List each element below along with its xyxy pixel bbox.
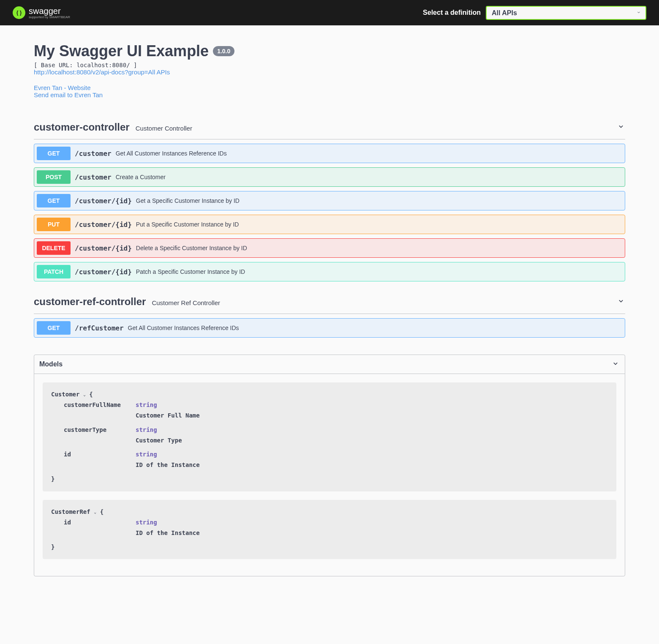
- definition-label: Select a definition: [423, 9, 481, 16]
- operation-summary: Get All Customer Instances Reference IDs: [116, 150, 227, 157]
- model-box[interactable]: Customer ⌄ {customerFullNamestringCustom…: [43, 382, 616, 491]
- contact-website-link[interactable]: Evren Tan - Website: [34, 84, 625, 91]
- tag-section: customer-controllerCustomer ControllerGE…: [34, 115, 625, 281]
- topbar: { } swagger supported by SMARTBEAR Selec…: [0, 0, 659, 25]
- operation-row[interactable]: DELETE/customer/{id}Delete a Specific Cu…: [34, 238, 625, 258]
- tag-header[interactable]: customer-ref-controllerCustomer Ref Cont…: [34, 290, 625, 314]
- operation-path: /customer/{id}: [75, 197, 132, 205]
- models-header[interactable]: Models: [34, 355, 625, 374]
- operation-path: /customer/{id}: [75, 244, 132, 252]
- logo-main: swagger: [29, 7, 70, 15]
- brace-open: {: [89, 391, 93, 398]
- tag-name: customer-controller: [34, 121, 130, 133]
- chevron-down-icon: [617, 122, 625, 132]
- model-property-type: string: [136, 400, 157, 410]
- operation-summary: Get All Customer Instances Reference IDs: [128, 325, 239, 331]
- swagger-logo-text: swagger supported by SMARTBEAR: [29, 7, 70, 19]
- contact-email-link[interactable]: Send email to Evren Tan: [34, 91, 625, 98]
- operation-summary: Delete a Specific Customer Instance by I…: [136, 245, 247, 251]
- model-name: Customer: [51, 391, 79, 398]
- swagger-logo-icon: { }: [13, 6, 25, 19]
- main-content: My Swagger UI Example 1.0.0 [ Base URL: …: [21, 25, 638, 593]
- models-section: Models Customer ⌄ {customerFullNamestrin…: [34, 355, 625, 576]
- model-property-description: Customer Full Name: [136, 410, 608, 421]
- brace-close: }: [51, 542, 608, 552]
- tag-section: customer-ref-controllerCustomer Ref Cont…: [34, 290, 625, 338]
- http-method-badge: DELETE: [37, 241, 71, 255]
- api-docs-link[interactable]: http://localhost:8080/v2/api-docs?group=…: [34, 68, 625, 76]
- operation-summary: Get a Specific Customer Instance by ID: [136, 197, 240, 204]
- model-property-description: ID of the Instance: [136, 460, 608, 470]
- model-property-name: id: [64, 449, 136, 460]
- model-property-description: ID of the Instance: [136, 528, 608, 538]
- tag-description: Customer Controller: [136, 125, 192, 132]
- brace-open: {: [100, 508, 103, 515]
- http-method-badge: PATCH: [37, 265, 71, 278]
- definition-selector: Select a definition All APIs: [423, 6, 646, 20]
- operation-path: /customer: [75, 150, 112, 158]
- model-property-type: string: [136, 517, 157, 528]
- definition-select[interactable]: All APIs: [486, 6, 646, 20]
- version-badge: 1.0.0: [213, 46, 234, 56]
- operation-row[interactable]: POST/customerCreate a Customer: [34, 167, 625, 187]
- operation-row[interactable]: GET/customerGet All Customer Instances R…: [34, 144, 625, 163]
- http-method-badge: POST: [37, 170, 71, 184]
- tag-name: customer-ref-controller: [34, 296, 146, 308]
- operation-row[interactable]: GET/refCustomerGet All Customer Instance…: [34, 318, 625, 338]
- operation-row[interactable]: PUT/customer/{id}Put a Specific Customer…: [34, 215, 625, 234]
- chevron-down-icon: [611, 359, 620, 369]
- api-info: My Swagger UI Example 1.0.0 [ Base URL: …: [34, 42, 625, 98]
- operation-summary: Patch a Specific Customer Instance by ID: [136, 268, 245, 275]
- http-method-badge: PUT: [37, 218, 71, 231]
- caret-down-icon[interactable]: ⌄: [83, 392, 86, 397]
- operation-path: /refCustomer: [75, 324, 124, 332]
- base-url: [ Base URL: localhost:8080/ ]: [34, 62, 625, 68]
- models-title: Models: [39, 360, 63, 368]
- model-name: CustomerRef: [51, 508, 90, 515]
- http-method-badge: GET: [37, 194, 71, 207]
- swagger-logo[interactable]: { } swagger supported by SMARTBEAR: [13, 6, 70, 19]
- model-property-type: string: [136, 449, 157, 460]
- operation-row[interactable]: PATCH/customer/{id}Patch a Specific Cust…: [34, 262, 625, 281]
- tag-header[interactable]: customer-controllerCustomer Controller: [34, 115, 625, 139]
- api-title-text: My Swagger UI Example: [34, 42, 209, 60]
- operation-summary: Create a Customer: [116, 174, 166, 180]
- operation-summary: Put a Specific Customer Instance by ID: [136, 221, 239, 228]
- model-property-name: customerFullName: [64, 400, 136, 410]
- model-property-name: id: [64, 517, 136, 528]
- model-property-description: Customer Type: [136, 435, 608, 446]
- caret-down-icon[interactable]: ⌄: [94, 510, 96, 514]
- operation-path: /customer: [75, 173, 112, 181]
- logo-sub: supported by SMARTBEAR: [29, 15, 70, 19]
- chevron-down-icon: [617, 297, 625, 307]
- brace-close: }: [51, 474, 608, 484]
- model-property-type: string: [136, 425, 157, 435]
- operation-row[interactable]: GET/customer/{id}Get a Specific Customer…: [34, 191, 625, 210]
- model-box[interactable]: CustomerRef ⌄ {idstringID of the Instanc…: [43, 500, 616, 559]
- operation-path: /customer/{id}: [75, 268, 132, 276]
- http-method-badge: GET: [37, 321, 71, 335]
- model-property-name: customerType: [64, 425, 136, 435]
- api-title: My Swagger UI Example 1.0.0: [34, 42, 625, 60]
- tag-description: Customer Ref Controller: [152, 299, 220, 306]
- operation-path: /customer/{id}: [75, 221, 132, 229]
- http-method-badge: GET: [37, 147, 71, 160]
